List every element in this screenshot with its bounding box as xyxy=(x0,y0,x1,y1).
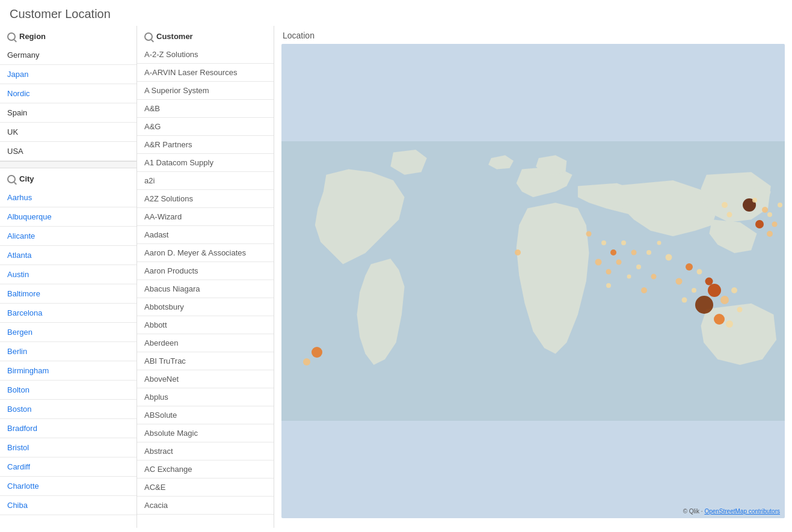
map-bubble[interactable] xyxy=(676,278,683,284)
openstreetmap-link[interactable]: OpenStreetMap contributors xyxy=(704,508,780,515)
map-bubble[interactable] xyxy=(714,314,725,325)
city-list-item[interactable]: Berlin xyxy=(0,342,137,361)
region-search-icon[interactable] xyxy=(7,32,16,41)
customer-list-item[interactable]: Abbott xyxy=(137,316,274,334)
customer-list-item[interactable]: A2Z Solutions xyxy=(137,190,274,208)
map-bubble[interactable] xyxy=(651,274,657,279)
map-bubble[interactable] xyxy=(621,240,626,245)
map-bubble[interactable] xyxy=(695,296,713,314)
city-list-item[interactable]: Bolton xyxy=(0,381,137,400)
map-bubble[interactable] xyxy=(636,264,641,269)
map-bubble[interactable] xyxy=(595,258,602,265)
city-list-item[interactable]: Bergen xyxy=(0,323,137,342)
city-list-item[interactable]: Albuquerque xyxy=(0,207,137,227)
map-bubble[interactable] xyxy=(726,320,733,328)
map-bubble[interactable] xyxy=(641,287,647,293)
customer-list-item[interactable]: Absolute Magic xyxy=(137,424,274,442)
region-section-header: Region xyxy=(0,26,137,46)
city-list-item[interactable]: Aarhus xyxy=(0,188,137,207)
city-list-item[interactable]: Bradford xyxy=(0,419,137,438)
map-bubble[interactable] xyxy=(312,347,322,358)
map-bubble[interactable] xyxy=(616,259,621,264)
map-bubble[interactable] xyxy=(515,249,521,255)
map-bubble[interactable] xyxy=(767,212,772,217)
region-list-item[interactable]: Germany xyxy=(0,46,137,65)
city-search-icon[interactable] xyxy=(7,175,16,183)
customer-list-item[interactable]: A Superior System xyxy=(137,82,274,100)
customer-list-item[interactable]: A1 Datacom Supply xyxy=(137,154,274,172)
customer-list-item[interactable]: Abstract xyxy=(137,442,274,460)
region-list-item[interactable]: UK xyxy=(0,123,137,142)
map-bubble[interactable] xyxy=(303,358,310,365)
city-list-item[interactable]: Baltimore xyxy=(0,284,137,304)
map-bubble[interactable] xyxy=(726,212,732,218)
map-bubble[interactable] xyxy=(737,307,742,312)
map-bubble[interactable] xyxy=(601,240,606,245)
customer-list-item[interactable]: A&B xyxy=(137,100,274,118)
map-bubble[interactable] xyxy=(586,231,591,236)
customer-list-item[interactable]: A-2-Z Solutions xyxy=(137,46,274,64)
map-bubble[interactable] xyxy=(646,250,651,255)
customer-list-item[interactable]: Abacus Niagara xyxy=(137,280,274,298)
customer-list-item[interactable]: AC Exchange xyxy=(137,460,274,478)
map-bubble[interactable] xyxy=(631,250,636,255)
customer-search-icon[interactable] xyxy=(144,32,153,41)
customer-list-item[interactable]: Abbotsbury xyxy=(137,298,274,316)
city-list-item[interactable]: Birmingham xyxy=(0,361,137,381)
map-bubble[interactable] xyxy=(767,231,773,237)
map-bubble[interactable] xyxy=(722,202,728,208)
city-list-item[interactable]: Boston xyxy=(0,400,137,419)
customer-list-item[interactable]: AboveNet xyxy=(137,370,274,388)
map-container[interactable]: © Qlik · OpenStreetMap contributors xyxy=(281,44,785,518)
region-label: Region xyxy=(19,32,46,41)
map-bubble[interactable] xyxy=(752,198,757,203)
customer-list-item[interactable]: ABI TruTrac xyxy=(137,352,274,370)
customer-list-item[interactable]: Aaron D. Meyer & Associates xyxy=(137,244,274,262)
map-bubble[interactable] xyxy=(755,220,764,228)
map-bubble[interactable] xyxy=(606,283,611,288)
city-list-item[interactable]: Atlanta xyxy=(0,246,137,265)
map-bubble[interactable] xyxy=(720,296,729,304)
customer-list-item[interactable]: AC&E xyxy=(137,478,274,497)
map-bubble[interactable] xyxy=(627,274,631,278)
city-list-item[interactable]: Cardiff xyxy=(0,457,137,477)
city-list-item[interactable]: Bristol xyxy=(0,438,137,457)
customer-list-item[interactable]: Aberdeen xyxy=(137,334,274,352)
map-bubble[interactable] xyxy=(696,269,702,274)
customer-list-item[interactable]: A&R Partners xyxy=(137,136,274,154)
customer-list-item[interactable]: Aadast xyxy=(137,226,274,244)
city-list-item[interactable]: Barcelona xyxy=(0,304,137,323)
map-bubble[interactable] xyxy=(610,249,616,255)
region-list-item[interactable]: Spain xyxy=(0,103,137,123)
map-bubble[interactable] xyxy=(657,241,661,245)
map-bubble[interactable] xyxy=(731,287,737,293)
city-list-item[interactable]: Chiba xyxy=(0,496,137,515)
map-bubble[interactable] xyxy=(778,203,782,207)
map-bubble[interactable] xyxy=(681,298,687,303)
customer-list-item[interactable]: a2i xyxy=(137,172,274,190)
map-bubble[interactable] xyxy=(772,221,778,227)
region-list-item[interactable]: Nordic xyxy=(0,84,137,103)
customer-list-item[interactable]: A&G xyxy=(137,118,274,136)
customer-list-item[interactable]: AA-Wizard xyxy=(137,208,274,226)
map-bubble[interactable] xyxy=(606,269,612,274)
city-list-item[interactable]: Charlotte xyxy=(0,477,137,496)
customer-list-item[interactable]: ABSolute xyxy=(137,406,274,424)
region-list-item[interactable]: USA xyxy=(0,142,137,161)
customer-list-item[interactable]: Abplus xyxy=(137,388,274,406)
customer-list: A-2-Z SolutionsA-ARVIN Laser ResourcesA … xyxy=(137,46,274,515)
city-list-item[interactable]: Alicante xyxy=(0,227,137,246)
map-bubble[interactable] xyxy=(708,284,721,297)
region-list-item[interactable]: Japan xyxy=(0,65,137,84)
customer-section-header: Customer xyxy=(137,26,274,46)
map-bubble[interactable] xyxy=(692,288,696,293)
customer-list-item[interactable]: Aaron Products xyxy=(137,262,274,280)
page-title: Customer Location xyxy=(0,0,792,26)
map-bubble[interactable] xyxy=(686,263,693,271)
customer-list-item[interactable]: A-ARVIN Laser Resources xyxy=(137,64,274,82)
customer-list-item[interactable]: Acacia xyxy=(137,497,274,515)
city-list-item[interactable]: Austin xyxy=(0,265,137,284)
map-bubble[interactable] xyxy=(762,207,768,213)
map-bubble[interactable] xyxy=(705,277,713,285)
map-bubble[interactable] xyxy=(666,254,672,261)
